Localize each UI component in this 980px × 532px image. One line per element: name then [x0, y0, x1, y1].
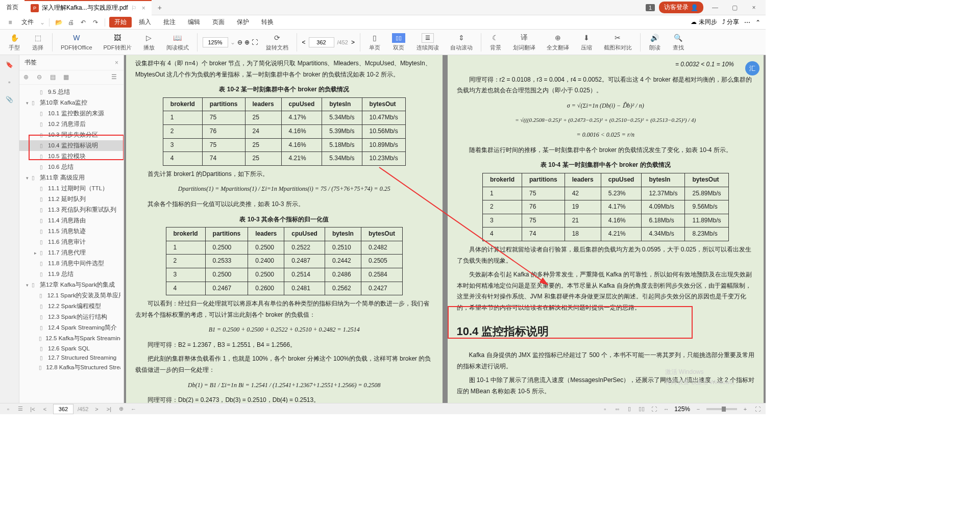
- outline-item[interactable]: ▸▯11.7 消息代理: [19, 247, 124, 258]
- fit-page-icon[interactable]: ⛶: [650, 405, 658, 413]
- expand-icon[interactable]: ▸: [33, 250, 38, 256]
- view-mode-4-icon[interactable]: ▯▯: [638, 405, 646, 413]
- fit-width-icon[interactable]: ⛶: [252, 39, 258, 46]
- double-page-tool[interactable]: ▯▯双页: [389, 33, 408, 52]
- insert-menu[interactable]: 插入: [134, 18, 156, 27]
- protect-menu[interactable]: 保护: [232, 18, 254, 27]
- view-mode-3-icon[interactable]: ▯: [625, 405, 633, 413]
- outline-item[interactable]: ▯10.1 监控数据的来源: [19, 108, 124, 119]
- maximize-icon[interactable]: ▢: [727, 0, 742, 15]
- outline-item[interactable]: ▯11.6 消息审计: [19, 237, 124, 247]
- outline-item[interactable]: ▯11.1 过期时间（TTL）: [19, 183, 124, 194]
- outline-item[interactable]: ▯11.8 消息中间件选型: [19, 258, 124, 269]
- expand-all-icon[interactable]: ▤: [50, 73, 58, 82]
- add-bookmark-icon[interactable]: ⊕: [23, 73, 32, 82]
- read-aloud-tool[interactable]: 🔊朗读: [646, 33, 664, 52]
- outline-item[interactable]: ▯11.4 消息路由: [19, 215, 124, 226]
- document-viewport[interactable]: 设集群中有 4（即 n=4）个 broker 节点，为了简化说明只取 Mpart…: [124, 55, 766, 403]
- outline-item[interactable]: ▯12.8 Kafka与Structured Streaming: [19, 362, 124, 373]
- edit-menu[interactable]: 编辑: [183, 18, 205, 27]
- bookmark-settings-icon[interactable]: ☰: [111, 73, 119, 82]
- pdf-to-image[interactable]: 🖼PDF转图片: [101, 33, 135, 52]
- notification-badge[interactable]: 1: [646, 4, 655, 11]
- outline-item[interactable]: ▯12.3 Spark的运行结构: [19, 312, 124, 322]
- compress-tool[interactable]: ⬇压缩: [577, 33, 596, 52]
- zoom-out-status-icon[interactable]: −: [694, 405, 702, 413]
- full-translate-tool[interactable]: ⊕全文翻译: [544, 33, 572, 52]
- first-page-icon[interactable]: |<: [29, 405, 37, 413]
- menu-icon[interactable]: ≡: [5, 17, 15, 28]
- outline-item[interactable]: ▯12.6 Spark SQL: [19, 344, 124, 353]
- outline-item[interactable]: ▯10.2 消息滞后: [19, 119, 124, 130]
- outline-item[interactable]: ▯11.9 总结: [19, 269, 124, 280]
- status-page-input[interactable]: [53, 404, 74, 414]
- zoom-input[interactable]: [203, 37, 228, 47]
- auto-scroll-tool[interactable]: ⇕自动滚动: [447, 33, 476, 52]
- page-number-input[interactable]: [309, 37, 334, 47]
- outline-item[interactable]: ▯10.6 总结: [19, 162, 124, 172]
- open-icon[interactable]: 📂: [54, 17, 64, 28]
- play-tool[interactable]: ▷播放: [140, 33, 158, 52]
- background-tool[interactable]: ☾背景: [486, 33, 505, 52]
- outline-item[interactable]: ▯12.1 Spark的安装及简单应用: [19, 290, 124, 301]
- thumbnails-rail-icon[interactable]: ▫: [4, 77, 15, 88]
- outline-item[interactable]: ▾▯第12章 Kafka与Spark的集成: [19, 280, 124, 290]
- back-icon[interactable]: ←: [129, 405, 137, 413]
- outline-item[interactable]: ▯10.5 监控模块: [19, 151, 124, 162]
- outline-item[interactable]: ▯11.3 死信队列和重试队列: [19, 205, 124, 215]
- redo-icon[interactable]: ↷: [90, 17, 101, 28]
- prev-page-icon[interactable]: <: [302, 39, 306, 46]
- outline-item[interactable]: ▯12.4 Spark Streaming简介: [19, 322, 124, 333]
- delete-bookmark-icon[interactable]: ⊖: [37, 73, 45, 82]
- continuous-tool[interactable]: ☰连续阅读: [413, 33, 442, 52]
- start-menu[interactable]: 开始: [109, 17, 132, 28]
- expand-icon[interactable]: ▾: [24, 100, 30, 106]
- collapse-all-icon[interactable]: ▦: [63, 73, 71, 82]
- outline-item[interactable]: ▾▯第11章 高级应用: [19, 172, 124, 183]
- crop-compare-tool[interactable]: ✂截图和对比: [601, 33, 635, 52]
- print-icon[interactable]: 🖨: [66, 17, 76, 28]
- next-page-status-icon[interactable]: >: [92, 405, 101, 413]
- outline-item[interactable]: ▯12.5 Kafka与Spark Streaming的整合: [19, 333, 124, 344]
- fit-width-status-icon[interactable]: ↔: [662, 405, 670, 413]
- hand-tool[interactable]: ✋手型: [5, 33, 23, 52]
- find-tool[interactable]: 🔍查找: [669, 33, 688, 52]
- undo-icon[interactable]: ↶: [78, 17, 88, 28]
- single-page-tool[interactable]: ▯单页: [365, 33, 384, 52]
- annotate-menu[interactable]: 批注: [158, 18, 181, 27]
- add-tab-button[interactable]: +: [152, 4, 168, 12]
- share-button[interactable]: ⤴ 分享: [722, 18, 739, 27]
- minimize-icon[interactable]: —: [707, 0, 723, 15]
- sidebar-close-icon[interactable]: ×: [115, 59, 118, 66]
- home-tab[interactable]: 首页: [0, 0, 24, 15]
- zoom-out-icon[interactable]: ⊖: [237, 39, 242, 46]
- add-page-icon[interactable]: ⊕: [117, 405, 125, 413]
- word-translate-tool[interactable]: 译划词翻译: [510, 33, 538, 52]
- page-menu[interactable]: 页面: [207, 18, 230, 27]
- attachments-rail-icon[interactable]: 📎: [4, 94, 15, 105]
- outline-item[interactable]: ▾▯第10章 Kafka监控: [19, 97, 124, 108]
- prev-page-status-icon[interactable]: <: [41, 405, 49, 413]
- login-button[interactable]: 访客登录👤: [659, 2, 703, 13]
- outline-item[interactable]: ▯10.4 监控指标说明: [19, 140, 124, 151]
- rotate-tool[interactable]: ⟳旋转文档: [263, 33, 291, 52]
- outline-item[interactable]: ▯10.3 同步失效分区: [19, 130, 124, 140]
- outline-item[interactable]: ▯12.2 Spark编程模型: [19, 301, 124, 312]
- bookmark-rail-icon[interactable]: 🔖: [4, 59, 15, 70]
- expand-icon[interactable]: ▾: [24, 175, 30, 181]
- zoom-in-status-icon[interactable]: +: [741, 405, 749, 413]
- view-mode-1-icon[interactable]: ▫: [601, 405, 609, 413]
- more-icon[interactable]: ⋯: [744, 19, 750, 26]
- thumbnails-icon[interactable]: ▫: [4, 405, 12, 413]
- fullscreen-icon[interactable]: ⛶: [753, 405, 762, 413]
- collapse-ribbon-icon[interactable]: ⌃: [755, 19, 761, 26]
- select-tool[interactable]: ⬚选择: [29, 33, 47, 52]
- outline-item[interactable]: ▯12.7 Structured Streaming: [19, 353, 124, 362]
- outline-item[interactable]: ▯11.2 延时队列: [19, 194, 124, 205]
- outline-icon[interactable]: ☰: [16, 405, 24, 413]
- last-page-icon[interactable]: >|: [105, 405, 113, 413]
- file-tab[interactable]: P 深入理解Kafka...与实践原理.pdf ⚐ ×: [24, 0, 152, 15]
- read-mode-tool[interactable]: 📖阅读模式: [163, 33, 192, 52]
- view-mode-2-icon[interactable]: ▫▫: [613, 405, 621, 413]
- zoom-slider[interactable]: [706, 408, 737, 410]
